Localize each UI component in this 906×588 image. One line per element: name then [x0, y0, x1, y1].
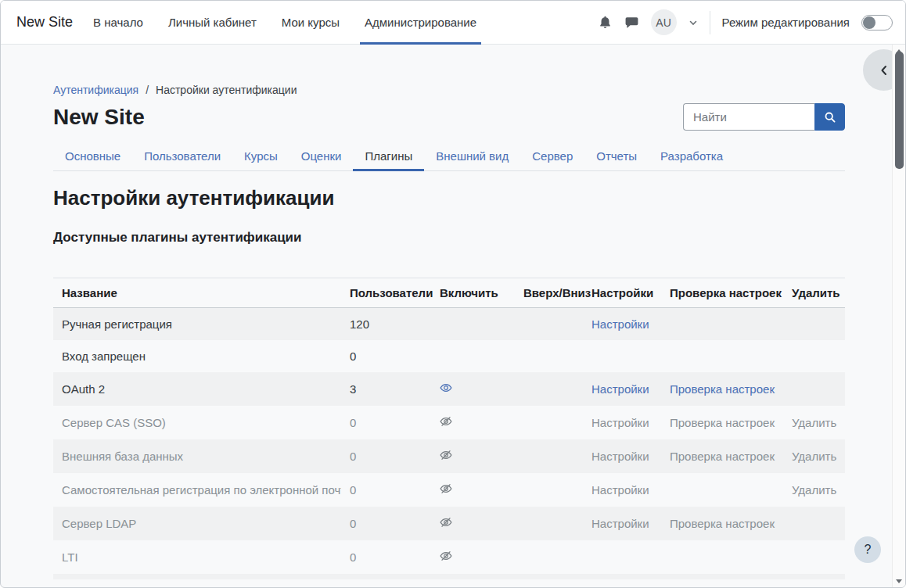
search-button[interactable] — [814, 103, 845, 131]
plugin-name: Сервер CAS (SSO) — [53, 406, 341, 439]
plugin-updown-cell — [515, 340, 583, 372]
nav-item-home[interactable]: В начало — [81, 1, 156, 45]
bell-icon[interactable] — [598, 15, 613, 30]
plugin-delete-link[interactable]: Удалить — [792, 416, 836, 429]
table-row: Вход запрещен 0 — [53, 340, 845, 372]
user-avatar[interactable]: AU — [651, 9, 677, 35]
table-row: LTI 0 — [53, 540, 845, 574]
search-icon — [824, 111, 836, 124]
plugin-settings-link[interactable]: Настройки — [591, 416, 649, 429]
edit-mode-toggle[interactable] — [861, 15, 893, 30]
col-header-delete: Удалить — [783, 278, 845, 308]
eye-slash-icon[interactable] — [440, 516, 452, 529]
plugin-name: Вход запрещен — [53, 340, 341, 372]
tab-appearance[interactable]: Внешний вид — [424, 142, 520, 170]
plugin-name: Внешняя база данных — [53, 439, 341, 473]
table-row: Внешняя база данных 0 Настройки Проверка… — [53, 439, 845, 473]
tab-users[interactable]: Пользователи — [132, 142, 232, 170]
chevron-down-icon[interactable] — [688, 18, 698, 27]
plugin-delete-link[interactable]: Удалить — [792, 450, 836, 463]
plugin-test-link[interactable]: Проверка настроек — [670, 382, 775, 396]
tab-courses[interactable]: Курсы — [232, 142, 289, 170]
table-row: Сервер CAS (SSO) 0 Настройки Проверка на… — [53, 406, 845, 439]
tab-server[interactable]: Сервер — [520, 142, 584, 170]
plugin-name: OAuth 2 — [53, 372, 341, 406]
plugin-name: Ручная регистрация — [53, 308, 341, 341]
col-header-updown: Вверх/Вниз — [515, 278, 583, 308]
plugin-delete-cell — [783, 540, 845, 574]
plugin-users-count: 0 — [341, 406, 431, 439]
scrollbar-down-arrow[interactable] — [893, 576, 905, 586]
nav-item-my-courses[interactable]: Мои курсы — [269, 1, 352, 45]
auth-plugins-table: Название Пользователи Включить Вверх/Вни… — [53, 278, 845, 574]
col-header-test: Проверка настроек — [661, 278, 783, 308]
plugin-delete-cell — [783, 340, 845, 372]
plugin-test-cell — [661, 308, 783, 341]
nav-item-site-admin[interactable]: Администрирование — [352, 1, 489, 45]
plugin-delete-link[interactable]: Удалить — [792, 483, 836, 497]
plugin-test-link[interactable]: Проверка настроек — [670, 517, 775, 530]
search-input[interactable] — [683, 103, 814, 131]
plugin-settings-link[interactable]: Настройки — [591, 450, 649, 463]
plugin-updown-cell — [515, 507, 583, 540]
plugin-users-count: 0 — [341, 540, 431, 574]
site-brand[interactable]: New Site — [16, 14, 73, 30]
plugin-test-link[interactable]: Проверка настроек — [670, 450, 775, 463]
table-row: OAuth 2 3 Настройки Проверка настроек — [53, 372, 845, 406]
table-row: Ручная регистрация 120 Настройки — [53, 308, 845, 341]
table-row: Самостоятельная регистрация по электронн… — [53, 473, 845, 507]
eye-slash-icon[interactable] — [440, 482, 452, 495]
next-row-partial — [53, 574, 845, 579]
breadcrumb-link-authentication[interactable]: Аутентификация — [53, 84, 138, 96]
section-heading: Настройки аутентификации — [53, 186, 845, 210]
plugin-test-cell — [661, 540, 783, 574]
plugin-test-link[interactable]: Проверка настроек — [670, 416, 775, 429]
plugin-users-count: 0 — [341, 439, 431, 473]
plugin-settings-cell — [583, 340, 661, 372]
top-navbar: New Site В начало Личный кабинет Мои кур… — [1, 1, 905, 45]
scrollbar-thumb[interactable] — [895, 52, 904, 169]
eye-slash-icon[interactable] — [440, 415, 452, 428]
eye-slash-icon[interactable] — [440, 449, 452, 461]
chevron-left-icon — [878, 64, 890, 77]
tab-reports[interactable]: Отчеты — [584, 142, 649, 170]
navbar-right-cluster: AU Режим редактирования — [598, 9, 893, 35]
plugin-settings-link[interactable]: Настройки — [591, 317, 649, 331]
tab-grades[interactable]: Оценки — [289, 142, 354, 170]
col-header-enable: Включить — [431, 278, 515, 308]
tab-general[interactable]: Основные — [53, 142, 132, 170]
plugin-updown-cell — [515, 308, 583, 341]
plugin-settings-link[interactable]: Настройки — [591, 517, 649, 530]
plugin-test-cell — [661, 473, 783, 507]
plugin-users-count: 120 — [341, 308, 431, 341]
plugin-settings-link[interactable]: Настройки — [591, 382, 649, 396]
plugin-name: Сервер LDAP — [53, 507, 341, 540]
table-header-row: Название Пользователи Включить Вверх/Вни… — [53, 278, 845, 308]
main-content: Аутентификация / Настройки аутентификаци… — [1, 45, 905, 587]
help-button[interactable]: ? — [854, 536, 881, 563]
table-row: Сервер LDAP 0 Настройки Проверка настрое… — [53, 507, 845, 540]
plugin-delete-cell — [783, 372, 845, 406]
chat-icon[interactable] — [624, 15, 639, 30]
tab-development[interactable]: Разработка — [649, 142, 735, 170]
eye-slash-icon[interactable] — [440, 550, 452, 562]
col-header-users: Пользователи — [341, 278, 431, 308]
title-row: New Site — [53, 103, 845, 131]
browser-window: New Site В начало Личный кабинет Мои кур… — [0, 0, 906, 588]
edit-mode-label: Режим редактирования — [722, 16, 850, 29]
search-group — [683, 103, 845, 131]
plugin-name: LTI — [53, 540, 341, 574]
breadcrumb: Аутентификация / Настройки аутентификаци… — [53, 84, 845, 96]
plugin-delete-cell — [783, 507, 845, 540]
page-title: New Site — [53, 105, 145, 130]
plugin-updown-cell — [515, 473, 583, 507]
eye-icon[interactable] — [440, 382, 452, 394]
vertical-scrollbar[interactable] — [892, 45, 905, 587]
plugin-updown-cell — [515, 406, 583, 439]
plugin-users-count: 3 — [341, 372, 431, 406]
plugin-settings-link[interactable]: Настройки — [591, 483, 649, 497]
col-header-name: Название — [53, 278, 341, 308]
toggle-knob — [863, 16, 875, 29]
tab-plugins[interactable]: Плагины — [353, 142, 424, 170]
nav-item-dashboard[interactable]: Личный кабинет — [156, 1, 269, 45]
